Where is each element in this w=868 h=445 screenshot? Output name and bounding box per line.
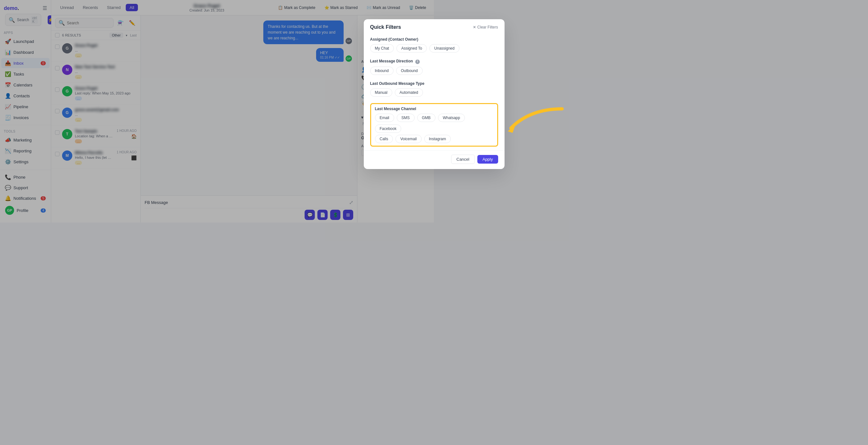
- assigned-filter-section: Assigned (Contact Owner) My Chat Assigne…: [364, 34, 434, 56]
- assigned-filter-options: My Chat Assigned To Unassigned: [370, 44, 434, 53]
- filter-calls[interactable]: Calls: [375, 135, 393, 143]
- filter-email[interactable]: Email: [375, 114, 394, 122]
- modal-footer: Cancel Apply: [364, 150, 434, 169]
- modal-overlay[interactable]: Quick Filters ✕ Clear Filters Assigned (…: [0, 0, 434, 222]
- filter-automated[interactable]: Automated: [395, 88, 423, 97]
- direction-filter-options: Inbound Outbound: [370, 67, 434, 75]
- info-icon: i: [415, 60, 420, 64]
- filter-gmb[interactable]: GMB: [417, 114, 434, 122]
- filter-voicemail[interactable]: Voicemail: [396, 135, 421, 143]
- message-type-filter-options: Manual Automated: [370, 88, 434, 97]
- filter-sms[interactable]: SMS: [397, 114, 415, 122]
- filter-manual[interactable]: Manual: [370, 88, 392, 97]
- quick-filters-modal: Quick Filters ✕ Clear Filters Assigned (…: [364, 19, 434, 169]
- direction-filter-title: Last Message Direction i: [370, 59, 434, 64]
- channel-highlighted-section: Last Message Channel Email SMS GMB Whats…: [370, 103, 434, 147]
- filter-instagram[interactable]: Instagram: [424, 135, 434, 143]
- filter-facebook[interactable]: Facebook: [375, 124, 402, 133]
- filter-assigned-to[interactable]: Assigned To: [396, 44, 427, 53]
- message-type-filter-title: Last Outbound Message Type: [370, 81, 434, 86]
- assigned-filter-title: Assigned (Contact Owner): [370, 37, 434, 41]
- channel-filter-row-1: Email SMS GMB Whatsapp Facebook: [375, 114, 434, 133]
- filter-my-chat[interactable]: My Chat: [370, 44, 394, 53]
- channel-filter-section: Last Message Channel Email SMS GMB Whats…: [364, 100, 434, 149]
- filter-outbound[interactable]: Outbound: [396, 67, 423, 75]
- message-type-filter-section: Last Outbound Message Type Manual Automa…: [364, 78, 434, 100]
- channel-filter-title: Last Message Channel: [375, 107, 434, 111]
- filter-inbound[interactable]: Inbound: [370, 67, 394, 75]
- direction-filter-section: Last Message Direction i Inbound Outboun…: [364, 56, 434, 78]
- filter-unassigned[interactable]: Unassigned: [429, 44, 434, 53]
- channel-filter-row-2: Calls Voicemail Instagram: [375, 135, 434, 143]
- modal-header: Quick Filters ✕ Clear Filters: [364, 19, 434, 34]
- modal-title: Quick Filters: [370, 24, 401, 30]
